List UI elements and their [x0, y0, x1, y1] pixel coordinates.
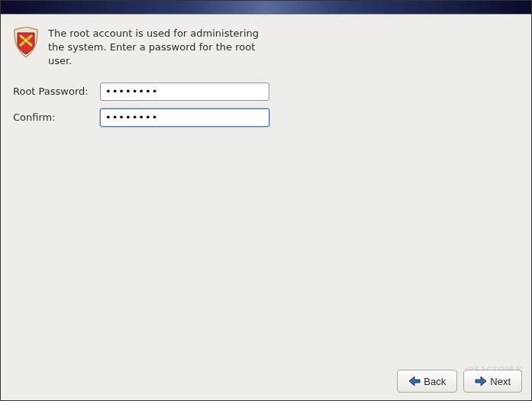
next-button-label: Next	[490, 376, 511, 387]
intro-text: The root account is used for administeri…	[48, 27, 277, 69]
confirm-password-input[interactable]	[100, 108, 269, 127]
root-shield-icon	[13, 27, 39, 59]
next-arrow-icon	[475, 376, 487, 386]
root-password-row: Root Password:	[13, 82, 519, 101]
root-password-input[interactable]	[100, 82, 269, 101]
svg-point-0	[24, 38, 28, 43]
confirm-password-row: Confirm:	[13, 108, 519, 127]
root-password-label: Root Password:	[13, 86, 100, 97]
button-bar: Back Next	[397, 370, 522, 393]
content-area: The root account is used for administeri…	[1, 15, 531, 127]
header-banner	[1, 1, 531, 15]
back-arrow-icon	[408, 376, 421, 386]
back-button[interactable]: Back	[397, 370, 457, 393]
confirm-password-label: Confirm:	[13, 112, 100, 123]
back-button-label: Back	[424, 376, 446, 387]
intro-row: The root account is used for administeri…	[13, 27, 519, 69]
next-button[interactable]: Next	[463, 370, 522, 393]
